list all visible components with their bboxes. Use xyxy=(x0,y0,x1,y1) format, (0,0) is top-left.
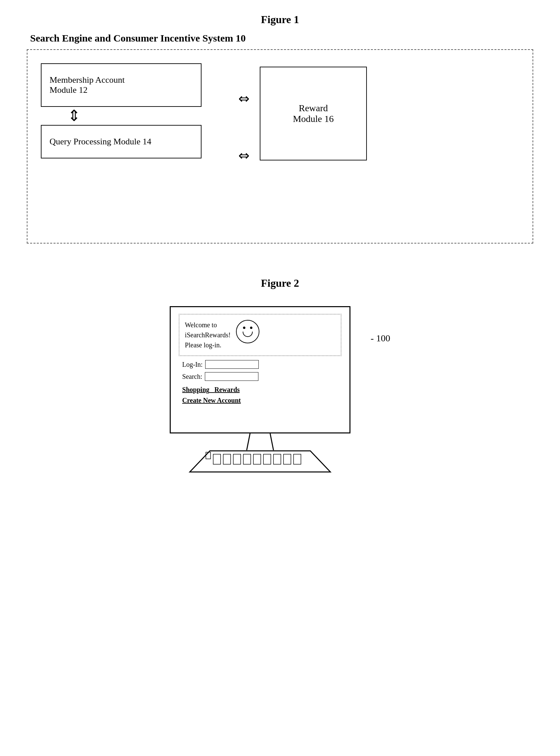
nav-create-account[interactable]: Create New Account xyxy=(182,396,241,404)
membership-module-label: Membership AccountModule 12 xyxy=(49,75,125,95)
vertical-double-arrow: ⇕ xyxy=(67,108,81,123)
svg-rect-8 xyxy=(263,454,271,464)
query-module-box: Query Processing Module 14 xyxy=(41,125,201,158)
smiley-eyes xyxy=(243,327,253,329)
query-module-label: Query Processing Module 14 xyxy=(49,137,151,147)
svg-rect-6 xyxy=(243,454,251,464)
login-label: Log-In: xyxy=(182,361,202,368)
search-label: Search: xyxy=(182,373,202,381)
membership-module-box: Membership AccountModule 12 xyxy=(41,63,201,107)
login-area: Log-In: Search: xyxy=(179,360,341,381)
smiley-mouth xyxy=(243,332,253,337)
smiley-eye-right xyxy=(250,327,253,329)
nav-rewards[interactable]: Rewards xyxy=(215,386,240,393)
smiley-face xyxy=(236,320,259,343)
smiley-eye-left xyxy=(243,327,245,329)
horizontal-arrows: ⇔ ⇔ xyxy=(238,63,250,177)
figure1-diagram: Membership AccountModule 12 ⇕ Query Proc… xyxy=(27,49,533,244)
welcome-text: Welcome toiSearchRewards!Please log-in. xyxy=(185,320,231,350)
top-horizontal-arrow: ⇔ xyxy=(238,91,250,106)
reference-label: - 100 xyxy=(371,333,390,344)
search-input-field[interactable] xyxy=(205,372,258,381)
screen-inner-box: Welcome toiSearchRewards!Please log-in. xyxy=(179,314,341,356)
svg-rect-9 xyxy=(274,454,281,464)
svg-rect-7 xyxy=(253,454,261,464)
svg-rect-11 xyxy=(294,454,301,464)
monitor-screen: Welcome toiSearchRewards!Please log-in. … xyxy=(170,306,351,433)
figure1-title: Figure 1 xyxy=(27,14,533,26)
nav-shopping[interactable]: Shopping xyxy=(182,386,209,393)
svg-rect-10 xyxy=(283,454,291,464)
nav-links[interactable]: Shopping Rewards Create New Account xyxy=(179,384,341,406)
svg-rect-5 xyxy=(233,454,241,464)
system-title: Search Engine and Consumer Incentive Sys… xyxy=(30,33,533,44)
svg-line-0 xyxy=(247,433,250,450)
figure2-title: Figure 2 xyxy=(27,277,533,289)
monitor-stand xyxy=(170,433,351,473)
reward-module-label: RewardModule 16 xyxy=(293,103,334,124)
monitor-diagram: Welcome toiSearchRewards!Please log-in. … xyxy=(170,306,351,473)
bottom-horizontal-arrow: ⇔ xyxy=(238,148,250,163)
svg-rect-4 xyxy=(223,454,231,464)
svg-line-1 xyxy=(270,433,274,450)
login-input-field[interactable] xyxy=(205,360,259,369)
reward-module-box: RewardModule 16 xyxy=(260,67,367,160)
svg-rect-3 xyxy=(213,454,221,464)
